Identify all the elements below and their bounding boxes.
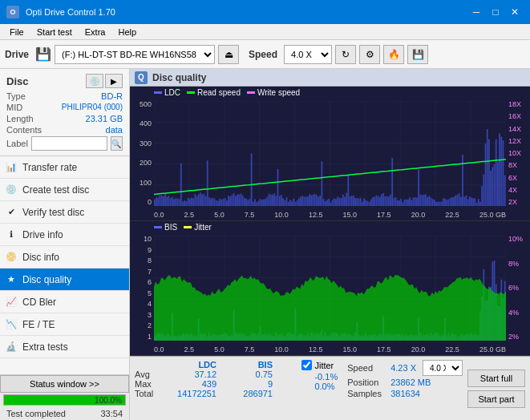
y2-4: 4 <box>148 301 152 308</box>
x1-200: 20.0 <box>411 211 426 219</box>
disc-quality-icon: ★ <box>5 273 18 286</box>
maximize-button[interactable]: □ <box>487 4 504 20</box>
save-button[interactable]: 💾 <box>407 45 428 64</box>
x2-150: 15.0 <box>343 345 358 353</box>
menu-file[interactable]: File <box>3 26 30 38</box>
x2-100: 10.0 <box>274 345 289 353</box>
yr1-18x: 18X <box>508 101 521 108</box>
disc-icon-btn2[interactable]: ▶ <box>105 74 123 88</box>
y2-9: 9 <box>148 247 152 254</box>
legend-jitter-dot <box>184 226 192 228</box>
burn-button[interactable]: 🔥 <box>383 45 404 64</box>
y2-10: 10 <box>144 236 152 243</box>
avg-bis: 0.75 <box>223 370 279 379</box>
yr2-4: 4% <box>508 309 519 317</box>
y2-2: 2 <box>148 322 152 329</box>
x2-225: 22.5 <box>445 345 459 353</box>
chart1-y-axis-left: 500 400 300 200 100 0 <box>130 101 154 206</box>
verify-test-disc-icon: ✔ <box>5 206 18 219</box>
y1-0: 0 <box>148 199 152 206</box>
max-label: Max <box>135 379 167 389</box>
speed-filter-select[interactable]: 4.0 X <box>423 360 463 376</box>
minimize-button[interactable]: ─ <box>467 4 485 20</box>
nav-drive-info[interactable]: ℹ Drive info <box>0 224 129 246</box>
drive-select[interactable]: (F:) HL-DT-ST BD-RE WH16NS58 TST4 <box>55 45 215 64</box>
refresh-button[interactable]: ↻ <box>335 45 356 64</box>
nav-extra-tests[interactable]: 🔬 Extra tests <box>0 336 129 358</box>
legend-jitter-label: Jitter <box>194 223 212 232</box>
disc-quality-header: Q Disc quality <box>130 69 530 87</box>
nav-verify-test-disc-label: Verify test disc <box>22 207 84 218</box>
contents-key: Contents <box>6 125 42 135</box>
app-icon: O <box>6 6 19 18</box>
status-window-button[interactable]: Status window >> <box>0 375 129 393</box>
nav-cd-bler[interactable]: 📈 CD Bler <box>0 291 129 313</box>
chart1-legend: LDC Read speed Write speed <box>154 88 300 97</box>
legend-write-speed-dot <box>247 91 255 94</box>
nav-transfer-rate[interactable]: 📊 Transfer rate <box>0 156 129 179</box>
speed-label: Speed <box>249 49 277 60</box>
label-key: Label <box>6 139 28 148</box>
nav-extra-tests-label: Extra tests <box>22 341 68 353</box>
label-input[interactable] <box>31 136 107 151</box>
chart2-bg <box>154 236 506 341</box>
speed-select[interactable]: 4.0 X <box>284 45 332 64</box>
x2-175: 17.5 <box>377 345 391 353</box>
jitter-checkbox[interactable] <box>301 360 312 370</box>
legend-bis: BIS <box>154 223 177 232</box>
yr2-10: 10% <box>508 236 523 243</box>
titlebar-title: Opti Drive Control 1.70 <box>26 7 115 17</box>
nav-create-test-disc[interactable]: 💿 Create test disc <box>0 179 129 201</box>
chart2-legend: BIS Jitter <box>154 223 212 232</box>
chart1-x-axis: 0.0 2.5 5.0 7.5 10.0 12.5 15.0 17.5 20.0… <box>154 211 506 219</box>
disc-info-icon: 📀 <box>5 251 18 264</box>
status-text: Test completed <box>3 408 69 419</box>
menu-start-test[interactable]: Start test <box>30 26 79 38</box>
eject-button[interactable]: ⏏ <box>218 45 239 64</box>
yr1-4x: 4X <box>508 187 517 194</box>
menu-help[interactable]: Help <box>111 26 143 38</box>
jitter-checkbox-row: Jitter <box>301 360 338 370</box>
close-button[interactable]: ✕ <box>506 4 524 20</box>
y1-500: 500 <box>140 101 152 108</box>
y2-6: 6 <box>148 279 152 286</box>
nav-verify-test-disc[interactable]: ✔ Verify test disc <box>0 201 129 224</box>
x1-75: 7.5 <box>245 211 255 219</box>
y1-200: 200 <box>140 160 152 167</box>
x1-225: 22.5 <box>445 211 459 219</box>
total-bis: 286971 <box>223 389 279 398</box>
y1-400: 400 <box>140 120 152 127</box>
position-key: Position <box>347 378 387 387</box>
settings-button[interactable]: ⚙ <box>359 45 380 64</box>
samples-key: Samples <box>347 389 387 398</box>
start-part-button[interactable]: Start part <box>467 390 525 408</box>
nav-fe-te[interactable]: 📉 FE / TE <box>0 313 129 336</box>
avg-label: Avg <box>135 370 167 379</box>
dq-icon: Q <box>135 71 148 84</box>
y2-7: 7 <box>148 269 152 276</box>
label-search-button[interactable]: 🔍 <box>111 136 123 151</box>
y1-100: 100 <box>140 180 152 187</box>
yr1-2x: 2X <box>508 199 517 206</box>
contents-val: data <box>106 125 123 135</box>
chart2-x-axis: 0.0 2.5 5.0 7.5 10.0 12.5 15.0 17.5 20.0… <box>154 345 506 353</box>
dq-title: Disc quality <box>152 72 206 83</box>
max-bis: 9 <box>223 379 279 389</box>
progress-bar-container: 100.0% <box>3 394 126 406</box>
nav-disc-quality[interactable]: ★ Disc quality <box>0 269 129 291</box>
yr2-8: 8% <box>508 260 519 268</box>
type-key: Type <box>6 91 26 101</box>
nav-cd-bler-label: CD Bler <box>22 297 56 308</box>
chart1-bg <box>154 101 506 206</box>
start-full-button[interactable]: Start full <box>467 370 525 387</box>
disc-icon-btn1[interactable]: 💿 <box>86 74 103 88</box>
stats-table: LDC BIS Avg 37.12 0.75 Max 439 9 Total 1… <box>135 360 292 417</box>
nav-disc-info[interactable]: 📀 Disc info <box>0 246 129 269</box>
sidebar: Disc 💿 ▶ Type BD-R MID PHILIPR04 (000) L… <box>0 69 130 420</box>
create-test-disc-icon: 💿 <box>5 184 18 196</box>
x1-150: 15.0 <box>343 211 358 219</box>
nav-create-test-disc-label: Create test disc <box>22 184 89 196</box>
menu-extra[interactable]: Extra <box>79 26 112 38</box>
type-val: BD-R <box>101 91 123 101</box>
disc-heading: Disc <box>6 75 28 87</box>
